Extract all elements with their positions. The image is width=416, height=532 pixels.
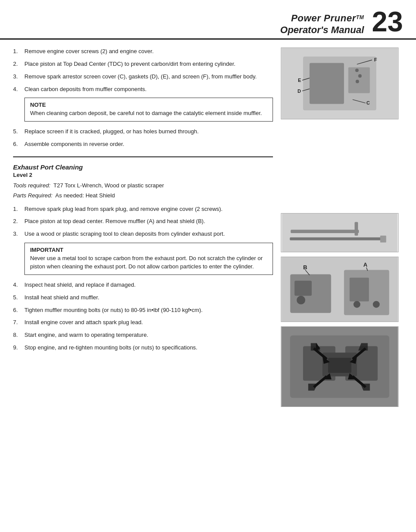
parts-value: As needed: Heat Shield: [55, 192, 115, 199]
note-text: When cleaning carbon deposit, be careful…: [30, 109, 267, 118]
item-text: Install heat shield and muffler.: [24, 294, 273, 302]
svg-rect-37: [328, 358, 351, 373]
svg-text:B: B: [303, 264, 307, 271]
important-title: IMPORTANT: [30, 247, 267, 253]
svg-rect-17: [355, 222, 358, 236]
svg-text:A: A: [363, 261, 367, 268]
important-text: Never use a metal tool to scrape carbon …: [30, 254, 267, 271]
svg-rect-16: [291, 230, 359, 233]
svg-text:F: F: [374, 57, 377, 62]
svg-point-26: [354, 301, 361, 308]
item-number: 9.: [13, 344, 24, 352]
svg-point-23: [297, 296, 305, 305]
note-title: NOTE: [30, 102, 267, 108]
section1-list1: 1. Remove engine cover screws (2) and en…: [13, 47, 273, 93]
list-item: 3. Use a wood or plastic scraping tool t…: [13, 230, 273, 238]
item-number: 3.: [13, 73, 24, 81]
item-text: Assemble components in reverse order.: [24, 140, 273, 149]
svg-rect-19: [380, 236, 386, 243]
tools-value: T27 Torx L-Wrench, Wood or plastic scrap…: [54, 182, 164, 189]
item-text: Stop engine, and re-tighten mounting bol…: [24, 344, 273, 352]
manual-name-line: Operator's Manual: [280, 24, 364, 36]
parts-required-line: Parts Required: As needed: Heat Shield: [13, 192, 273, 200]
item-number: 4.: [13, 281, 24, 289]
svg-rect-2: [310, 63, 344, 104]
svg-rect-22: [294, 281, 311, 296]
item-number: 8.: [13, 331, 24, 339]
item-number: 2.: [13, 60, 24, 68]
trademark: TM: [356, 14, 364, 20]
list-item: 4. Clean carbon deposits from muffler co…: [13, 85, 273, 94]
svg-point-14: [356, 80, 359, 83]
right-column: F E D C: [281, 47, 407, 407]
item-text: Install engine cover and attach spark pl…: [24, 319, 273, 327]
svg-rect-25: [350, 278, 369, 301]
item-text: Inspect heat shield, and replace if dama…: [24, 281, 273, 289]
item-number: 5.: [13, 128, 24, 136]
svg-rect-18: [290, 237, 384, 241]
parts-label: Parts Required:: [13, 192, 52, 199]
page-number: 23: [372, 8, 403, 36]
item-number: 7.: [13, 319, 24, 327]
note-box: NOTE When cleaning carbon deposit, be ca…: [24, 98, 273, 122]
exhaust-port-image: [281, 326, 399, 407]
list-item: 7. Install engine cover and attach spark…: [13, 319, 273, 327]
product-name: Power Pruner: [291, 13, 356, 24]
list-item: 5. Install heat shield and muffler.: [13, 294, 273, 302]
list-item: 1. Remove engine cover screws (2) and en…: [13, 47, 273, 56]
svg-text:E: E: [298, 78, 301, 83]
item-text: Remove spark plug lead from spark plug, …: [24, 205, 273, 213]
header-title: Power PrunerTM Operator's Manual: [280, 13, 364, 36]
section-divider: [13, 156, 273, 157]
list-item: 2. Place piston at Top Dead Center (TDC)…: [13, 60, 273, 68]
svg-point-27: [373, 301, 380, 308]
page: Power PrunerTM Operator's Manual 23 1. R…: [0, 0, 416, 532]
list-item: 6. Tighten muffler mounting bolts (or nu…: [13, 306, 273, 315]
item-text: Clean carbon deposits from muffler compo…: [24, 85, 273, 94]
muffler-ab-image: B A: [281, 257, 399, 322]
list-item: 2. Place piston at top dead center. Remo…: [13, 217, 273, 226]
svg-text:C: C: [366, 100, 370, 105]
section2-list1: 1. Remove spark plug lead from spark plu…: [13, 205, 273, 239]
item-text: Remove spark arrestor screen cover (C), …: [24, 73, 273, 81]
list-item: 3. Remove spark arrestor screen cover (C…: [13, 73, 273, 81]
scrapers-image: [281, 213, 399, 252]
list-item: 1. Remove spark plug lead from spark plu…: [13, 205, 273, 213]
item-number: 1.: [13, 205, 24, 213]
item-text: Place piston at top dead center. Remove …: [24, 217, 273, 226]
product-name-line: Power PrunerTM: [280, 13, 364, 24]
main-content: 1. Remove engine cover screws (2) and en…: [0, 40, 416, 411]
tools-label: Tools required:: [13, 182, 51, 189]
item-text: Tighten muffler mounting bolts (or nuts)…: [24, 306, 273, 315]
item-text: Remove engine cover screws (2) and engin…: [24, 47, 273, 56]
item-text: Use a wood or plastic scraping tool to c…: [24, 230, 273, 238]
svg-text:D: D: [297, 88, 301, 94]
item-text: Replace screen if it is cracked, plugged…: [24, 128, 273, 136]
item-number: 6.: [13, 140, 24, 149]
item-text: Place piston at Top Dead Center (TDC) to…: [24, 60, 273, 68]
svg-point-13: [358, 74, 361, 78]
header: Power PrunerTM Operator's Manual 23: [0, 0, 416, 40]
section2-list2: 4. Inspect heat shield, and replace if d…: [13, 281, 273, 352]
section2-heading: Exhaust Port Cleaning: [13, 163, 273, 171]
muffler-parts-image: F E D C: [281, 47, 399, 119]
item-number: 3.: [13, 230, 24, 238]
section1-list2: 5. Replace screen if it is cracked, plug…: [13, 128, 273, 149]
list-item: 8. Start engine, and warm to operating t…: [13, 331, 273, 339]
list-item: 9. Stop engine, and re-tighten mounting …: [13, 344, 273, 352]
item-number: 4.: [13, 85, 24, 94]
svg-rect-3: [348, 67, 370, 93]
item-number: 1.: [13, 47, 24, 56]
list-item: 6. Assemble components in reverse order.: [13, 140, 273, 149]
important-box: IMPORTANT Never use a metal tool to scra…: [24, 243, 273, 275]
item-text: Start engine, and warm to operating temp…: [24, 331, 273, 339]
item-number: 5.: [13, 294, 24, 302]
tools-required-line: Tools required: T27 Torx L-Wrench, Wood …: [13, 182, 273, 190]
list-item: 5. Replace screen if it is cracked, plug…: [13, 128, 273, 136]
image-spacer: [281, 124, 407, 209]
svg-point-12: [355, 68, 359, 72]
manual-name: Operator's Manual: [280, 24, 364, 35]
section2-subheading: Level 2: [13, 172, 273, 178]
item-number: 2.: [13, 217, 24, 226]
left-column: 1. Remove engine cover screws (2) and en…: [13, 47, 281, 407]
